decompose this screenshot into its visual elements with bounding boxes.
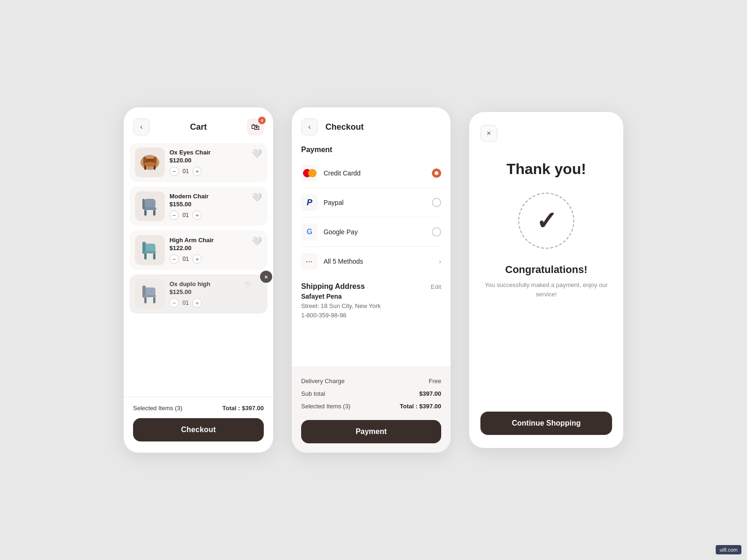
item-info: Modern Chair $155.00 − 01 +	[169, 193, 262, 220]
qty-increase-button[interactable]: +	[192, 254, 202, 264]
svg-point-6	[144, 162, 155, 167]
cart-item: Ox duplo high $125.00 − 01 + ♡ ×	[129, 274, 268, 314]
google-icon: G	[301, 224, 318, 240]
shipping-street: Street: 18 Sun City, New York	[301, 301, 441, 311]
watermark: ui8.com	[716, 545, 741, 554]
svg-rect-9	[144, 210, 147, 216]
fav-button[interactable]: 🤍	[252, 236, 262, 246]
qty-decrease-button[interactable]: −	[169, 167, 179, 176]
qty-increase-button[interactable]: +	[192, 298, 202, 308]
svg-rect-15	[144, 253, 147, 259]
cart-footer: Selected Items (3) Total : $397.00 Check…	[124, 397, 273, 453]
svg-rect-21	[153, 297, 155, 303]
radio-unselected[interactable]	[432, 227, 441, 237]
shipping-phone: 1-800-359-98-98	[301, 311, 441, 320]
svg-rect-20	[144, 297, 147, 303]
cart-items-list: Ox Eyes Chair $120.00 − 01 + 🤍	[124, 143, 273, 393]
subtotal-label: Sub total	[301, 390, 325, 397]
qty-decrease-button[interactable]: −	[169, 254, 179, 264]
qty-value: 01	[183, 300, 189, 306]
checkmark-icon: ✓	[536, 208, 557, 233]
item-name: Modern Chair	[169, 193, 262, 200]
back-icon: ‹	[140, 123, 142, 131]
checkout-summary: Delivery Charge Free Sub total $397.00 S…	[292, 366, 451, 453]
subtotal-row: Sub total $397.00	[301, 387, 441, 400]
item-name: High Arm Chair	[169, 237, 262, 244]
checkout-back-button[interactable]: ‹	[301, 119, 318, 135]
edit-address-button[interactable]: Edit	[431, 283, 441, 290]
selected-items-label: Selected Items (3)	[301, 403, 351, 410]
svg-rect-12	[144, 244, 155, 252]
subtotal-value: $397.00	[419, 390, 441, 397]
payment-name: All 5 Methods	[324, 258, 439, 265]
fav-button[interactable]: 🤍	[252, 192, 262, 203]
shipping-section-title: Shipping Address	[301, 282, 365, 291]
close-button[interactable]: ×	[480, 125, 497, 142]
qty-increase-button[interactable]: +	[192, 167, 202, 176]
paypal-icon: P	[301, 194, 318, 211]
success-icon-circle: ✓	[518, 193, 574, 249]
cart-icon-wrap: 🛍 4	[247, 119, 264, 135]
radio-selected[interactable]	[432, 168, 441, 178]
qty-value: 01	[183, 168, 189, 175]
cart-back-button[interactable]: ‹	[133, 119, 150, 135]
qty-control: − 01 +	[169, 254, 262, 264]
qty-control: − 01 +	[169, 298, 262, 308]
svg-rect-16	[153, 253, 155, 259]
cart-item: Ox Eyes Chair $120.00 − 01 + 🤍	[129, 143, 268, 182]
qty-value: 01	[183, 256, 189, 262]
payment-name: Credit Cardd	[324, 169, 432, 177]
total-value: Total : $397.00	[400, 403, 441, 410]
payment-button[interactable]: Payment	[301, 420, 441, 443]
item-image	[135, 279, 165, 309]
item-price: $122.00	[169, 245, 262, 252]
selected-items-label: Selected Items (3)	[133, 405, 183, 412]
checkout-button[interactable]: Checkout	[133, 418, 264, 441]
qty-decrease-button[interactable]: −	[169, 298, 179, 308]
qty-value: 01	[183, 212, 189, 218]
qty-control: − 01 +	[169, 210, 262, 220]
item-image	[135, 147, 165, 177]
cart-title: Cart	[190, 122, 207, 132]
back-icon: ‹	[308, 123, 310, 131]
checkout-title: Checkout	[325, 122, 364, 132]
payment-section-title: Payment	[292, 146, 451, 154]
delivery-label: Delivery Charge	[301, 378, 345, 385]
checkout-screen: ‹ Checkout Payment Credit Cardd	[292, 107, 451, 453]
delete-button[interactable]: ×	[260, 271, 272, 283]
svg-rect-17	[144, 287, 155, 296]
shipping-name: Safayet Pena	[301, 293, 441, 300]
screens-container: ‹ Cart 🛍 4	[124, 107, 623, 453]
shipping-info: Safayet Pena Street: 18 Sun City, New Yo…	[292, 293, 451, 327]
delivery-value: Free	[429, 378, 441, 385]
congrats-subtitle: You successfully maked a payment, enjoy …	[480, 280, 612, 299]
qty-control: − 01 +	[169, 167, 262, 176]
payment-name: Google Pay	[324, 228, 432, 236]
all-methods-item[interactable]: ••• All 5 Methods ›	[301, 247, 441, 276]
continue-shopping-button[interactable]: Continue Shopping	[480, 412, 612, 435]
payment-methods-list: Credit Cardd P Paypal G Google Pay	[292, 159, 451, 276]
payment-method-item[interactable]: Credit Cardd	[301, 159, 441, 188]
radio-unselected[interactable]	[432, 198, 441, 207]
thankyou-screen: × Thank you! ✓ Congratulations! You succ…	[469, 112, 623, 448]
delivery-row: Delivery Charge Free	[301, 375, 441, 387]
payment-method-item[interactable]: P Paypal	[301, 188, 441, 217]
svg-rect-10	[153, 210, 155, 216]
thankyou-title: Thank you!	[507, 161, 586, 178]
cart-summary-row: Selected Items (3) Total : $397.00	[133, 405, 264, 412]
fav-button[interactable]: 🤍	[252, 148, 262, 159]
cart-badge: 4	[258, 117, 266, 124]
shipping-header: Shipping Address Edit	[292, 276, 451, 293]
fav-button[interactable]: ♡	[244, 280, 251, 289]
qty-increase-button[interactable]: +	[192, 210, 202, 220]
cart-screen: ‹ Cart 🛍 4	[124, 107, 273, 453]
svg-rect-7	[144, 199, 155, 208]
more-icon: •••	[301, 253, 318, 270]
item-price: $125.00	[169, 288, 262, 295]
item-price: $155.00	[169, 201, 262, 208]
payment-method-item[interactable]: G Google Pay	[301, 217, 441, 247]
item-name: Ox Eyes Chair	[169, 149, 262, 156]
mastercard-icon	[301, 165, 318, 182]
item-info: Ox Eyes Chair $120.00 − 01 +	[169, 149, 262, 176]
qty-decrease-button[interactable]: −	[169, 210, 179, 220]
